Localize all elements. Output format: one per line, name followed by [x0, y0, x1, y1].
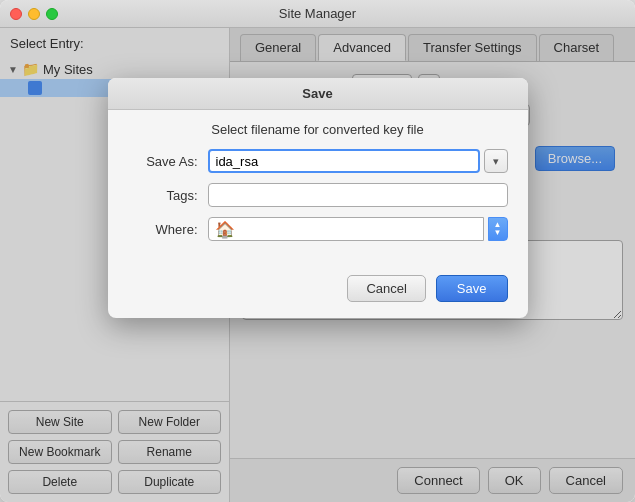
- modal-buttons: Cancel Save: [108, 267, 528, 318]
- modal-where-container: 🏠 ▲ ▼: [208, 217, 508, 241]
- modal-save-as-row: Save As: ▾: [128, 149, 508, 173]
- minimize-button[interactable]: [28, 8, 40, 20]
- modal-save-as-input[interactable]: [208, 149, 480, 173]
- modal-save-button[interactable]: Save: [436, 275, 508, 302]
- modal-where-stepper[interactable]: ▲ ▼: [488, 217, 508, 241]
- where-home-icon: 🏠: [215, 220, 235, 239]
- maximize-button[interactable]: [46, 8, 58, 20]
- modal-tags-row: Tags:: [128, 183, 508, 207]
- modal-tags-container: [208, 183, 508, 207]
- modal-body: Save As: ▾ Tags:: [108, 145, 528, 267]
- modal-title: Save: [108, 78, 528, 110]
- title-bar: Site Manager: [0, 0, 635, 28]
- save-dialog: Save Select filename for converted key f…: [108, 78, 528, 318]
- modal-overlay: Save Select filename for converted key f…: [0, 28, 635, 502]
- close-button[interactable]: [10, 8, 22, 20]
- modal-tags-label: Tags:: [128, 188, 208, 203]
- modal-where-input[interactable]: 🏠: [208, 217, 484, 241]
- window-body: Select Entry: ▼ 📁 My Sites New Site New …: [0, 28, 635, 502]
- modal-save-as-dropdown[interactable]: ▾: [484, 149, 508, 173]
- modal-where-label: Where:: [128, 222, 208, 237]
- main-window: Site Manager Select Entry: ▼ 📁 My Sites: [0, 0, 635, 502]
- modal-tags-input[interactable]: [208, 183, 508, 207]
- modal-subtitle: Select filename for converted key file: [108, 110, 528, 145]
- modal-save-as-container: ▾: [208, 149, 508, 173]
- modal-save-as-label: Save As:: [128, 154, 208, 169]
- modal-cancel-button[interactable]: Cancel: [347, 275, 425, 302]
- modal-where-row: Where: 🏠 ▲ ▼: [128, 217, 508, 241]
- traffic-lights: [10, 8, 58, 20]
- window-title: Site Manager: [279, 6, 356, 21]
